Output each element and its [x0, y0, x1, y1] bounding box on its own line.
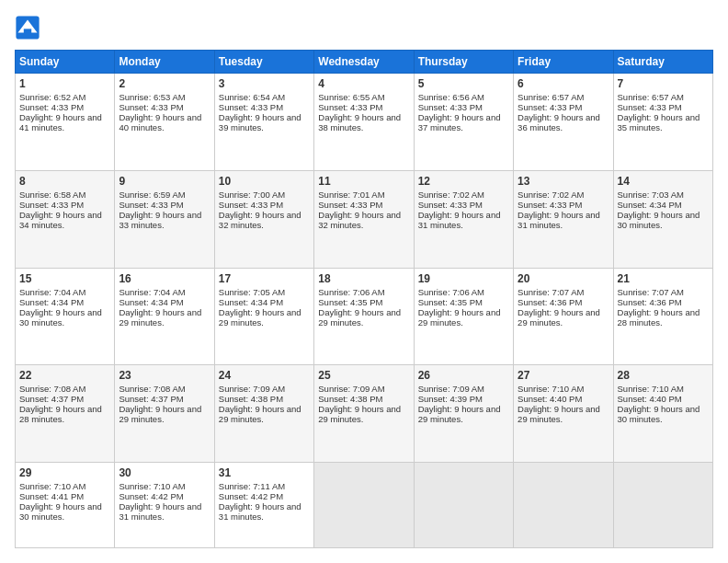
day-number: 24: [219, 369, 310, 382]
daylight-text: Daylight: 9 hours and 30 minutes.: [19, 501, 102, 522]
sunrise-text: Sunrise: 7:07 AM: [618, 287, 684, 297]
calendar-cell: 18Sunrise: 7:06 AMSunset: 4:35 PMDayligh…: [314, 268, 414, 365]
calendar-cell: 28Sunrise: 7:10 AMSunset: 4:40 PMDayligh…: [613, 365, 712, 463]
sunrise-text: Sunrise: 7:10 AM: [19, 481, 85, 491]
day-number: 11: [318, 175, 409, 188]
daylight-text: Daylight: 9 hours and 28 minutes.: [618, 307, 700, 327]
sunset-text: Sunset: 4:38 PM: [318, 394, 382, 404]
daylight-text: Daylight: 9 hours and 31 minutes.: [418, 210, 501, 230]
sunset-text: Sunset: 4:34 PM: [618, 200, 682, 210]
daylight-text: Daylight: 9 hours and 36 minutes.: [518, 112, 600, 132]
sunrise-text: Sunrise: 7:04 AM: [119, 287, 185, 297]
calendar-cell: 30Sunrise: 7:10 AMSunset: 4:42 PMDayligh…: [115, 463, 214, 548]
day-number: 21: [618, 272, 709, 285]
sunset-text: Sunset: 4:35 PM: [318, 297, 382, 307]
sunset-text: Sunset: 4:33 PM: [618, 102, 682, 112]
day-number: 10: [219, 175, 310, 188]
day-number: 26: [418, 369, 509, 382]
day-number: 22: [19, 369, 110, 382]
sunset-text: Sunset: 4:33 PM: [119, 200, 183, 210]
sunset-text: Sunset: 4:36 PM: [618, 297, 682, 307]
col-header-wednesday: Wednesday: [314, 51, 414, 74]
sunset-text: Sunset: 4:35 PM: [418, 297, 483, 307]
sunrise-text: Sunrise: 7:03 AM: [618, 190, 684, 200]
day-number: 25: [318, 369, 409, 382]
calendar-cell: 11Sunrise: 7:01 AMSunset: 4:33 PMDayligh…: [314, 170, 414, 268]
daylight-text: Daylight: 9 hours and 41 minutes.: [19, 112, 102, 132]
sunrise-text: Sunrise: 7:08 AM: [119, 384, 185, 394]
calendar-cell: 22Sunrise: 7:08 AMSunset: 4:37 PMDayligh…: [16, 365, 115, 463]
sunrise-text: Sunrise: 7:06 AM: [318, 287, 384, 297]
calendar-cell: 6Sunrise: 6:57 AMSunset: 4:33 PMDaylight…: [514, 74, 613, 171]
sunset-text: Sunset: 4:40 PM: [618, 394, 682, 404]
daylight-text: Daylight: 9 hours and 29 minutes.: [119, 307, 201, 327]
calendar-cell: 24Sunrise: 7:09 AMSunset: 4:38 PMDayligh…: [214, 365, 313, 463]
sunrise-text: Sunrise: 7:05 AM: [219, 287, 285, 297]
daylight-text: Daylight: 9 hours and 31 minutes.: [119, 501, 201, 522]
sunset-text: Sunset: 4:39 PM: [418, 394, 483, 404]
daylight-text: Daylight: 9 hours and 33 minutes.: [119, 210, 201, 230]
sunset-text: Sunset: 4:33 PM: [518, 200, 582, 210]
col-header-tuesday: Tuesday: [214, 51, 313, 74]
col-header-thursday: Thursday: [414, 51, 513, 74]
calendar-cell: [314, 463, 414, 548]
daylight-text: Daylight: 9 hours and 35 minutes.: [618, 112, 700, 132]
day-number: 16: [119, 272, 210, 285]
day-number: 18: [318, 272, 409, 285]
calendar-cell: [613, 463, 712, 548]
day-number: 12: [418, 175, 509, 188]
sunset-text: Sunset: 4:37 PM: [19, 394, 84, 404]
daylight-text: Daylight: 9 hours and 29 minutes.: [418, 307, 501, 327]
sunset-text: Sunset: 4:33 PM: [19, 200, 84, 210]
calendar-cell: 14Sunrise: 7:03 AMSunset: 4:34 PMDayligh…: [613, 170, 712, 268]
daylight-text: Daylight: 9 hours and 32 minutes.: [318, 210, 401, 230]
sunrise-text: Sunrise: 6:54 AM: [219, 92, 285, 102]
sunset-text: Sunset: 4:37 PM: [119, 394, 183, 404]
logo: [15, 15, 44, 40]
sunrise-text: Sunrise: 7:10 AM: [518, 384, 584, 394]
page: SundayMondayTuesdayWednesdayThursdayFrid…: [0, 0, 728, 563]
sunrise-text: Sunrise: 7:01 AM: [318, 190, 384, 200]
day-number: 13: [518, 175, 609, 188]
calendar-cell: 21Sunrise: 7:07 AMSunset: 4:36 PMDayligh…: [613, 268, 712, 365]
day-number: 6: [518, 77, 609, 90]
daylight-text: Daylight: 9 hours and 31 minutes.: [219, 501, 301, 522]
sunrise-text: Sunrise: 6:57 AM: [518, 92, 584, 102]
sunrise-text: Sunrise: 7:09 AM: [418, 384, 484, 394]
sunrise-text: Sunrise: 7:10 AM: [119, 481, 185, 491]
daylight-text: Daylight: 9 hours and 32 minutes.: [219, 210, 301, 230]
sunrise-text: Sunrise: 6:56 AM: [418, 92, 484, 102]
calendar-cell: 10Sunrise: 7:00 AMSunset: 4:33 PMDayligh…: [214, 170, 313, 268]
calendar-cell: 25Sunrise: 7:09 AMSunset: 4:38 PMDayligh…: [314, 365, 414, 463]
sunrise-text: Sunrise: 7:00 AM: [219, 190, 285, 200]
sunrise-text: Sunrise: 7:06 AM: [418, 287, 484, 297]
daylight-text: Daylight: 9 hours and 29 minutes.: [219, 404, 301, 424]
sunrise-text: Sunrise: 7:09 AM: [318, 384, 384, 394]
daylight-text: Daylight: 9 hours and 30 minutes.: [19, 307, 102, 327]
day-number: 17: [219, 272, 310, 285]
daylight-text: Daylight: 9 hours and 29 minutes.: [518, 307, 600, 327]
calendar-cell: [514, 463, 613, 548]
col-header-sunday: Sunday: [16, 51, 115, 74]
day-number: 8: [19, 175, 110, 188]
day-number: 29: [19, 466, 110, 479]
day-number: 7: [618, 77, 709, 90]
col-header-saturday: Saturday: [613, 51, 712, 74]
header: [15, 15, 713, 40]
calendar-cell: 27Sunrise: 7:10 AMSunset: 4:40 PMDayligh…: [514, 365, 613, 463]
day-number: 19: [418, 272, 509, 285]
daylight-text: Daylight: 9 hours and 29 minutes.: [418, 404, 501, 424]
calendar-cell: 8Sunrise: 6:58 AMSunset: 4:33 PMDaylight…: [16, 170, 115, 268]
day-number: 3: [219, 77, 310, 90]
daylight-text: Daylight: 9 hours and 37 minutes.: [418, 112, 501, 132]
sunrise-text: Sunrise: 6:57 AM: [618, 92, 684, 102]
calendar-cell: 2Sunrise: 6:53 AMSunset: 4:33 PMDaylight…: [115, 74, 214, 171]
sunrise-text: Sunrise: 6:52 AM: [19, 92, 85, 102]
sunset-text: Sunset: 4:33 PM: [219, 102, 283, 112]
sunrise-text: Sunrise: 6:59 AM: [119, 190, 185, 200]
sunrise-text: Sunrise: 7:10 AM: [618, 384, 684, 394]
calendar-cell: 17Sunrise: 7:05 AMSunset: 4:34 PMDayligh…: [214, 268, 313, 365]
day-number: 14: [618, 175, 709, 188]
daylight-text: Daylight: 9 hours and 28 minutes.: [19, 404, 102, 424]
sunset-text: Sunset: 4:36 PM: [518, 297, 582, 307]
